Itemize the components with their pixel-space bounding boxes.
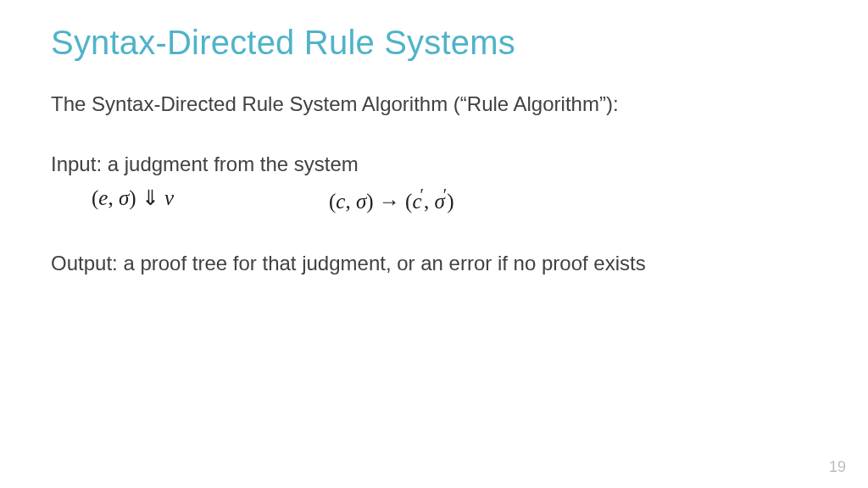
comma: , <box>345 191 356 214</box>
down-arrow: ⇓ <box>136 186 165 209</box>
page-number: 19 <box>829 458 846 476</box>
var-v: v <box>164 186 174 209</box>
comma: , <box>424 191 435 214</box>
intro-text: The Syntax-Directed Rule System Algorith… <box>51 91 817 117</box>
rparen: ) <box>366 191 373 214</box>
var-sigma: σ <box>356 191 366 214</box>
input-text: Input: a judgment from the system <box>51 151 817 177</box>
slide-title: Syntax-Directed Rule Systems <box>51 24 817 62</box>
formula-expression-1: (e, σ) ⇓ v <box>92 186 329 214</box>
comma: , <box>108 186 119 209</box>
right-arrow: → <box>374 191 406 214</box>
var-e: e <box>98 186 108 209</box>
rparen: ) <box>447 191 453 214</box>
var-sigma: σ <box>119 186 129 209</box>
var-c: c <box>336 191 345 214</box>
output-text: Output: a proof tree for that judgment, … <box>51 250 817 276</box>
formula-row: (e, σ) ⇓ v (c, σ) → (c′, σ′) <box>51 186 817 214</box>
slide: Syntax-Directed Rule Systems The Syntax-… <box>0 0 868 488</box>
formula-expression-2: (c, σ) → (c′, σ′) <box>329 186 453 214</box>
rparen: ) <box>129 186 136 209</box>
